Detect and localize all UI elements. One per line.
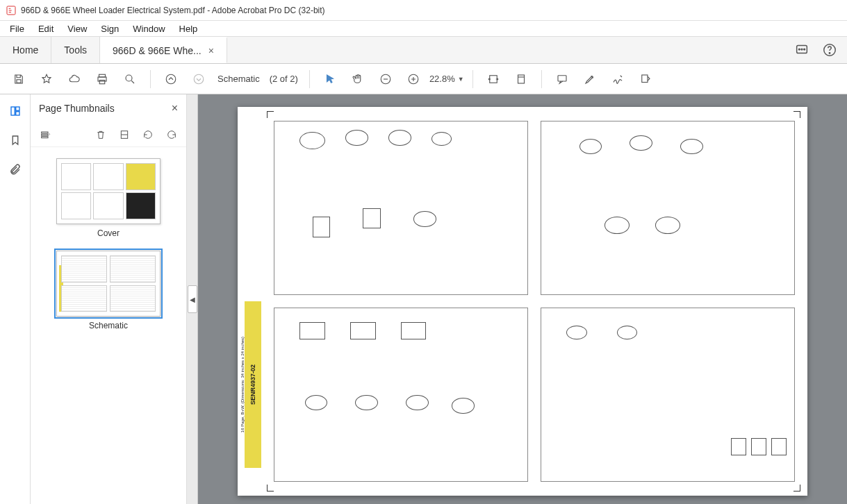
svg-rect-18 — [558, 75, 566, 81]
schematic-quadrant — [541, 121, 795, 295]
document-viewport[interactable]: SENR4937-02 16 Page, B+W, (Dimensions: 3… — [198, 94, 847, 504]
svg-point-6 — [829, 53, 830, 53]
tab-home[interactable]: Home — [0, 37, 51, 63]
zoom-in-icon[interactable] — [402, 67, 425, 91]
menu-sign[interactable]: Sign — [94, 22, 126, 35]
zoom-value: 22.8% — [429, 74, 455, 84]
cloud-icon[interactable] — [63, 67, 86, 91]
scan-icon[interactable] — [117, 127, 132, 142]
schematic-quadrant — [274, 121, 528, 295]
menubar: File Edit View Sign Window Help — [0, 21, 847, 36]
crop-mark — [267, 485, 274, 492]
left-nav-rail — [0, 94, 31, 504]
fit-width-icon[interactable] — [482, 67, 505, 91]
schematic-quadrant — [541, 308, 795, 482]
svg-point-2 — [801, 49, 803, 50]
crop-mark — [267, 111, 274, 118]
fit-page-icon[interactable] — [509, 67, 533, 91]
menu-file[interactable]: File — [3, 22, 31, 35]
pdf-icon — [6, 5, 17, 16]
crop-mark — [793, 485, 800, 492]
schematic-quadrants — [274, 121, 795, 482]
svg-point-13 — [194, 74, 204, 84]
collapse-panel-icon[interactable]: ◀ — [188, 285, 197, 313]
rotate-ccw-icon[interactable] — [140, 127, 156, 142]
page-down-icon[interactable] — [187, 67, 211, 91]
select-tool-icon[interactable] — [318, 67, 342, 91]
rotate-cw-icon[interactable] — [164, 127, 179, 142]
toolbar-separator — [541, 70, 542, 88]
comment-icon[interactable] — [550, 67, 574, 91]
print-icon[interactable] — [90, 67, 114, 91]
svg-point-12 — [166, 74, 176, 84]
help-icon[interactable] — [822, 42, 837, 58]
svg-rect-10 — [99, 80, 105, 83]
svg-rect-24 — [42, 134, 48, 135]
menu-edit[interactable]: Edit — [31, 22, 60, 35]
document-spine: SENR4937-02 — [245, 301, 261, 468]
page-label[interactable]: Schematic — [215, 74, 263, 84]
page-count: (2 of 2) — [267, 74, 301, 84]
toolbar: Schematic (2 of 2) 22.8% ▼ — [0, 64, 847, 94]
notifications-icon[interactable] — [794, 42, 809, 58]
bookmark-rail-icon[interactable] — [6, 131, 25, 150]
tab-document[interactable]: 966D & 966E Whe... × — [100, 37, 227, 63]
thumbnail-cover[interactable]: Cover — [56, 158, 161, 238]
search-icon[interactable] — [118, 67, 142, 91]
toolbar-separator — [150, 70, 151, 88]
highlight-icon[interactable] — [578, 67, 602, 91]
spine-note: 16 Page, B+W, (Dimensions: 34 inches x 2… — [240, 337, 245, 432]
thumbnails-panel: Page Thumbnails × Cover Schematic — [31, 94, 187, 504]
page-up-icon[interactable] — [159, 67, 183, 91]
panel-gutter: ◀ — [187, 94, 198, 504]
panel-close-icon[interactable]: × — [172, 102, 178, 115]
svg-rect-17 — [518, 75, 524, 83]
menu-help[interactable]: Help — [172, 22, 205, 35]
thumbnail-label: Cover — [97, 228, 120, 238]
svg-rect-21 — [15, 107, 19, 110]
sign-icon[interactable] — [606, 67, 630, 91]
svg-rect-23 — [42, 132, 48, 133]
toolbar-separator — [309, 70, 310, 88]
svg-rect-7 — [17, 79, 21, 83]
tab-document-label: 966D & 966E Whe... — [113, 45, 202, 56]
svg-rect-20 — [11, 107, 15, 115]
menu-view[interactable]: View — [60, 22, 94, 35]
attachment-rail-icon[interactable] — [6, 160, 25, 179]
save-icon[interactable] — [7, 67, 31, 91]
toolbar-separator — [472, 70, 473, 88]
svg-rect-16 — [489, 75, 497, 83]
thumbnail-image — [56, 158, 161, 224]
star-icon[interactable] — [35, 67, 58, 91]
svg-rect-25 — [42, 136, 48, 137]
window-titlebar: 966D & 966E Wheel Loader Electrical Syst… — [0, 0, 847, 21]
tabbar: Home Tools 966D & 966E Whe... × — [0, 36, 847, 64]
panel-title: Page Thumbnails — [39, 103, 115, 114]
svg-point-11 — [126, 75, 132, 81]
spine-code: SENR4937-02 — [249, 364, 256, 405]
options-menu-icon[interactable] — [38, 127, 53, 142]
chevron-down-icon: ▼ — [458, 76, 464, 83]
thumbnail-image — [56, 251, 161, 317]
document-page: SENR4937-02 16 Page, B+W, (Dimensions: 3… — [238, 107, 807, 496]
thumbnail-schematic[interactable]: Schematic — [56, 251, 161, 330]
tab-close-icon[interactable]: × — [208, 45, 214, 56]
zoom-dropdown[interactable]: 22.8% ▼ — [429, 74, 464, 84]
window-title: 966D & 966E Wheel Loader Electrical Syst… — [21, 6, 325, 15]
delete-page-icon[interactable] — [93, 127, 108, 142]
zoom-out-icon[interactable] — [374, 67, 397, 91]
more-tools-icon[interactable] — [634, 67, 657, 91]
panel-toolbar — [31, 122, 186, 147]
svg-point-3 — [798, 49, 800, 50]
tab-tools[interactable]: Tools — [51, 37, 100, 63]
thumbnail-label: Schematic — [89, 321, 128, 330]
svg-point-4 — [804, 49, 805, 50]
menu-window[interactable]: Window — [126, 22, 172, 35]
thumbnails-rail-icon[interactable] — [6, 101, 25, 121]
crop-mark — [793, 111, 800, 118]
hand-tool-icon[interactable] — [346, 67, 370, 91]
schematic-quadrant — [274, 308, 528, 482]
svg-rect-19 — [641, 75, 647, 83]
svg-rect-22 — [15, 112, 19, 115]
